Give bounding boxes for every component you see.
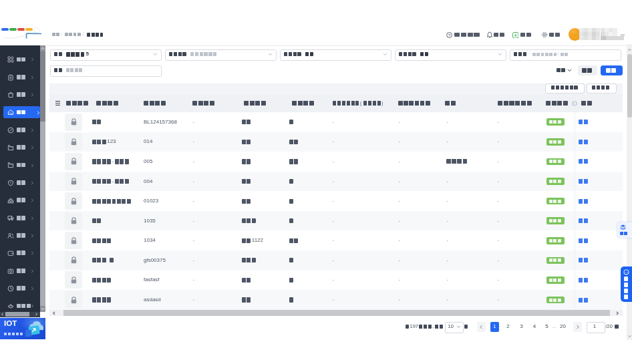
svg-text:?: ?: [448, 33, 451, 37]
